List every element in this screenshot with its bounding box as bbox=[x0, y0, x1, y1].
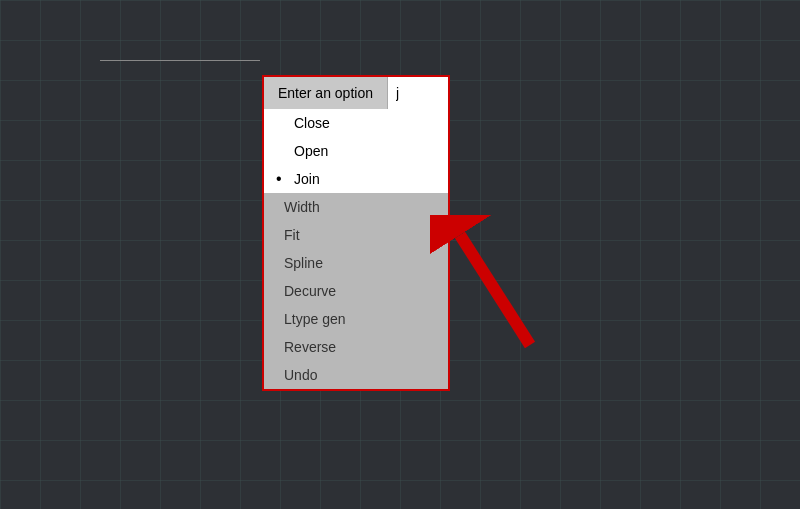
option-close[interactable]: Close bbox=[264, 109, 448, 137]
option-join[interactable]: Join bbox=[264, 165, 448, 193]
option-undo[interactable]: Undo bbox=[264, 361, 448, 389]
dialog-label: Enter an option bbox=[264, 77, 388, 109]
highlighted-options: Close Open Join bbox=[264, 109, 448, 193]
option-width[interactable]: Width bbox=[264, 193, 448, 221]
option-input[interactable] bbox=[388, 77, 448, 109]
option-decurve[interactable]: Decurve bbox=[264, 277, 448, 305]
option-dialog: Enter an option Close Open Join Width Fi… bbox=[262, 75, 450, 391]
option-reverse[interactable]: Reverse bbox=[264, 333, 448, 361]
option-spline[interactable]: Spline bbox=[264, 249, 448, 277]
option-open[interactable]: Open bbox=[264, 137, 448, 165]
option-fit[interactable]: Fit bbox=[264, 221, 448, 249]
dialog-header: Enter an option bbox=[264, 77, 448, 109]
dimmed-options: Width Fit Spline Decurve Ltype gen Rever… bbox=[264, 193, 448, 389]
cad-line bbox=[100, 60, 260, 61]
option-ltype-gen[interactable]: Ltype gen bbox=[264, 305, 448, 333]
